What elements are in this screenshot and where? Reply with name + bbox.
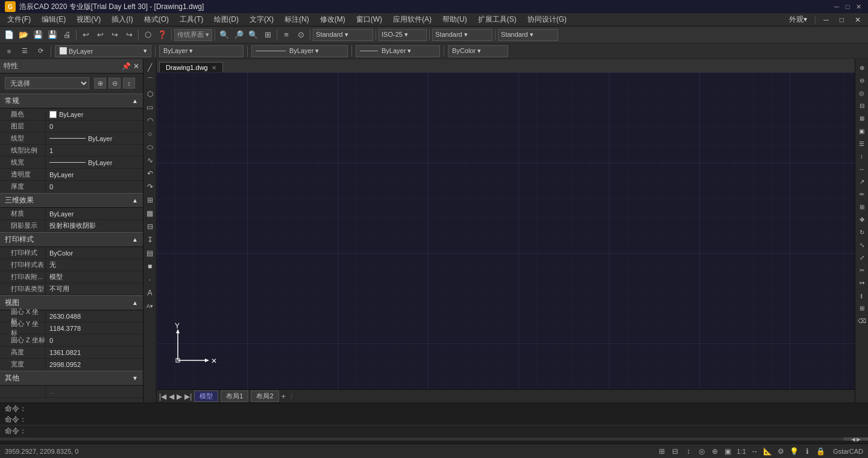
right-btn-8[interactable]: ↕ [856, 150, 868, 162]
draw-rect[interactable]: ▭ [144, 101, 156, 113]
right-btn-edit[interactable]: ✏ [856, 188, 868, 200]
draw-undo-arrow[interactable]: ↶ [144, 168, 156, 180]
prop-action-pickadd[interactable]: ↕ [123, 78, 135, 89]
right-btn-10[interactable]: ↗ [856, 175, 868, 187]
right-btn-erase[interactable]: ⌫ [856, 315, 868, 327]
draw-copy-clip[interactable]: ⊞ [144, 194, 156, 206]
draw-line[interactable]: ╱ [144, 61, 156, 74]
panel-close[interactable]: ✕ [133, 62, 139, 71]
panel-pin[interactable]: 📌 [122, 62, 131, 71]
menu-help[interactable]: 帮助(U) [438, 14, 472, 26]
drawing-canvas[interactable]: Y ✕ [157, 72, 855, 389]
tb-style-standard2[interactable]: Standard ▾ [432, 29, 492, 41]
prop-action-deselect[interactable]: ⊖ [108, 78, 121, 89]
linetype-dropdown[interactable]: ByLayer ▾ [251, 45, 348, 57]
menu-edit[interactable]: 编辑(E) [37, 14, 71, 26]
tb-match[interactable]: ⊙ [294, 28, 307, 42]
right-btn-array[interactable]: ⊞ [856, 302, 868, 314]
right-btn-stretch[interactable]: ⤢ [856, 251, 868, 263]
draw-polygon[interactable]: ⬡ [144, 88, 156, 100]
tab-drawing1[interactable]: Drawing1.dwg ✕ [159, 62, 223, 72]
menu-format[interactable]: 格式(O) [139, 14, 174, 26]
tb-undo2[interactable]: ↩ [93, 28, 107, 42]
status-light-icon[interactable]: 💡 [790, 447, 799, 456]
cmd-input[interactable] [28, 427, 863, 436]
tb-new[interactable]: 📄 [2, 28, 16, 42]
status-info-icon[interactable]: ℹ [803, 447, 813, 456]
color-dropdown[interactable]: ByLayer ▾ [159, 45, 244, 57]
tb-redo[interactable]: ↪ [108, 28, 121, 42]
right-btn-6[interactable]: ▣ [856, 125, 868, 137]
draw-circle[interactable]: ○ [144, 128, 156, 140]
tb-zoom-window[interactable]: 🔍 [218, 28, 231, 42]
tb-style-iso[interactable]: ISO-25 ▾ [379, 29, 427, 41]
tb-zoom-fit[interactable]: ⊞ [261, 28, 274, 42]
lineweight-dropdown[interactable]: ByLayer ▾ [356, 45, 440, 57]
section-print[interactable]: 打印样式 ▲ [0, 232, 143, 247]
prop-action-select[interactable]: ⊕ [94, 78, 106, 89]
right-btn-rotate[interactable]: ↻ [856, 226, 868, 238]
tab-close-icon[interactable]: ✕ [212, 64, 216, 71]
draw-table[interactable]: ⊟ [144, 221, 156, 233]
menu-maximize2[interactable]: □ [835, 14, 849, 26]
menu-view[interactable]: 视图(V) [72, 14, 105, 26]
model-tab-model[interactable]: 模型 [194, 391, 218, 402]
layer-prev-btn[interactable]: ⟳ [34, 45, 47, 58]
draw-solid[interactable]: ■ [144, 260, 156, 272]
tb-style-standard[interactable]: Standard ▾ [313, 29, 373, 41]
draw-ellipse[interactable]: ⬭ [144, 141, 156, 153]
tb-print[interactable]: 🖨 [60, 28, 74, 42]
menu-apps[interactable]: 应用软件(A) [388, 14, 436, 26]
menu-extend-tools[interactable]: 扩展工具(S) [473, 14, 521, 26]
tb-help[interactable]: ❓ [156, 28, 169, 42]
model-tab-add[interactable]: + [281, 392, 286, 401]
status-measure-icon[interactable]: 📐 [763, 447, 773, 456]
draw-arc[interactable]: ⌒ [144, 75, 156, 87]
right-btn-trim[interactable]: ✂ [856, 264, 868, 276]
model-tab-layout1[interactable]: 布局1 [221, 391, 248, 402]
tb-polygon[interactable]: ⬡ [141, 28, 154, 42]
menu-minimize2[interactable]: ─ [819, 14, 834, 26]
tb-properties[interactable]: ≡ [280, 28, 293, 42]
menu-view-style[interactable]: 外观▾ [784, 14, 812, 26]
tb-zoom-out[interactable]: 🔍 [247, 28, 260, 42]
status-ortho-icon[interactable]: ↕ [684, 447, 693, 456]
tb-undo[interactable]: ↩ [79, 28, 92, 42]
status-lock-icon[interactable]: 🔒 [816, 447, 826, 456]
transparency-dropdown[interactable]: ByColor ▾ [448, 45, 508, 57]
draw-insert[interactable]: ↧ [144, 234, 156, 246]
right-btn-4[interactable]: ⊟ [856, 99, 868, 111]
menu-dimension[interactable]: 标注(N) [280, 14, 314, 26]
right-btn-7[interactable]: ☰ [856, 137, 868, 149]
maximize-button[interactable]: □ [843, 2, 852, 11]
close-button[interactable]: ✕ [854, 2, 863, 11]
menu-collab[interactable]: 协同设计(G) [523, 14, 571, 26]
tb-style-standard3[interactable]: Standard ▾ [498, 29, 558, 41]
right-btn-move[interactable]: ✥ [856, 213, 868, 225]
minimize-button[interactable]: ─ [832, 2, 841, 11]
draw-point[interactable]: · [144, 274, 156, 286]
right-btn-copy[interactable]: ⊞ [856, 201, 868, 213]
right-btn-offset[interactable]: ⫿ [856, 289, 868, 301]
draw-wave[interactable]: ∿ [144, 154, 156, 166]
status-osnap-icon[interactable]: ⊕ [710, 447, 720, 456]
layer-manager-btn[interactable]: ≡ [2, 45, 16, 58]
draw-redo-arrow[interactable]: ↷ [144, 181, 156, 193]
menu-file[interactable]: 文件(F) [2, 14, 36, 26]
draw-hatch[interactable]: ▤ [144, 247, 156, 259]
right-btn-extend[interactable]: ↦ [856, 277, 868, 289]
tb-zoom-in[interactable]: 🔎 [232, 28, 245, 42]
section-general[interactable]: 常规 ▲ [0, 93, 143, 108]
right-btn-2[interactable]: ⊖ [856, 74, 868, 86]
tb-save2[interactable]: 💾 [46, 28, 59, 42]
menu-text[interactable]: 文字(X) [245, 14, 278, 26]
tb-save[interactable]: 💾 [31, 28, 45, 42]
menu-window[interactable]: 窗口(W) [351, 14, 387, 26]
layer-state-btn[interactable]: ☰ [18, 45, 31, 58]
right-btn-1[interactable]: ⊕ [856, 61, 868, 74]
status-polar-icon[interactable]: ◎ [697, 447, 706, 456]
model-tab-last[interactable]: ▶| [184, 392, 192, 401]
right-btn-5[interactable]: ⊠ [856, 112, 868, 124]
view-mode-dropdown[interactable]: 传统界面 ▾ [174, 29, 212, 41]
model-tab-first[interactable]: |◀ [159, 392, 166, 401]
